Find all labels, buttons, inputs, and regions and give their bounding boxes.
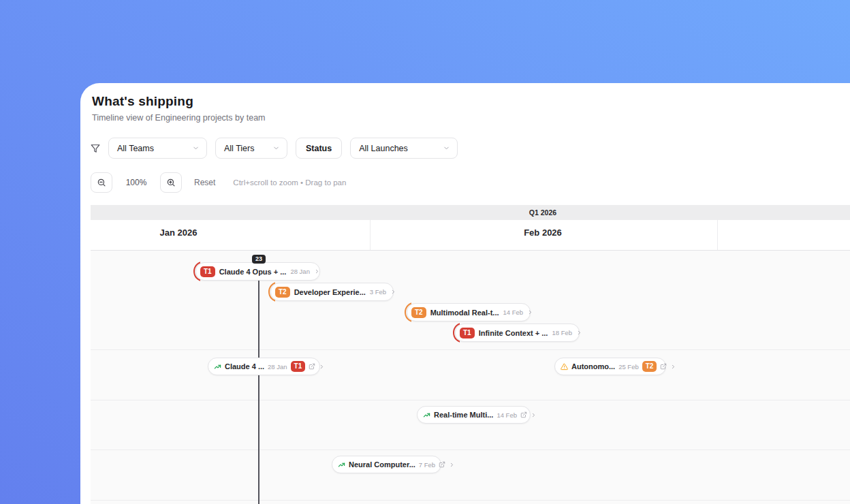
project-date: 28 Jan bbox=[290, 268, 310, 275]
chevron-right-icon bbox=[390, 289, 396, 295]
launch-pill-realtime-multi[interactable]: Real-time Multi... 14 Feb bbox=[417, 406, 531, 424]
chevron-down-icon bbox=[443, 144, 450, 152]
launches-filter-dropdown[interactable]: All Launches bbox=[350, 138, 458, 159]
project-date: 18 Feb bbox=[552, 329, 572, 336]
tier-badge: T1 bbox=[200, 266, 215, 277]
status-filter-label: Status bbox=[306, 144, 332, 153]
row-separator bbox=[91, 450, 850, 450]
page-subtitle: Timeline view of Engineering projects by… bbox=[92, 113, 850, 123]
chevron-right-icon bbox=[670, 364, 676, 370]
teams-filter-value: All Teams bbox=[117, 144, 154, 153]
project-date: 3 Feb bbox=[370, 288, 386, 296]
chevron-down-icon bbox=[272, 144, 280, 152]
tier-badge: T2 bbox=[411, 307, 426, 318]
reset-zoom-button[interactable]: Reset bbox=[194, 178, 215, 187]
status-filter-button[interactable]: Status bbox=[296, 138, 342, 159]
launch-pill-neural-computer[interactable]: Neural Computer... 7 Feb bbox=[332, 456, 441, 473]
month-label-feb: Feb 2026 bbox=[524, 227, 562, 238]
project-pill-multimodal-realtime[interactable]: T2 Multimodal Real-t... 14 Feb bbox=[407, 303, 531, 321]
tiers-filter-dropdown[interactable]: All Tiers bbox=[215, 138, 287, 159]
zoom-out-icon bbox=[97, 178, 106, 187]
project-title: Developer Experie... bbox=[294, 288, 366, 296]
trend-up-icon bbox=[214, 363, 221, 371]
zoom-pan-hint: Ctrl+scroll to zoom • Drag to pan bbox=[233, 178, 346, 187]
teams-filter-dropdown[interactable]: All Teams bbox=[108, 138, 207, 159]
filter-bar: All Teams All Tiers Status All Launches bbox=[91, 138, 850, 159]
tier-badge: T1 bbox=[460, 328, 475, 338]
tier-badge: T2 bbox=[275, 287, 290, 298]
launch-title: Neural Computer... bbox=[349, 460, 415, 469]
chevron-right-icon bbox=[314, 268, 320, 274]
launch-pill-claude-4[interactable]: Claude 4 ... 28 Jan T1 bbox=[208, 358, 320, 375]
launch-title: Claude 4 ... bbox=[225, 362, 264, 371]
zoom-in-button[interactable] bbox=[160, 172, 182, 193]
timeline-body[interactable]: T1 Claude 4 Opus + ... 28 Jan T2 Develop… bbox=[91, 250, 850, 504]
launch-date: 7 Feb bbox=[419, 461, 435, 469]
zoom-out-button[interactable] bbox=[91, 172, 112, 193]
launches-filter-value: All Launches bbox=[359, 144, 408, 153]
zoom-level-value: 100% bbox=[112, 178, 160, 187]
chevron-right-icon bbox=[527, 309, 533, 315]
project-pill-claude-4-opus[interactable]: T1 Claude 4 Opus + ... 28 Jan bbox=[195, 262, 320, 281]
tier-badge: T2 bbox=[642, 361, 657, 372]
month-label-jan: Jan 2026 bbox=[160, 227, 198, 238]
chevron-right-icon bbox=[449, 462, 455, 468]
chevron-right-icon bbox=[319, 364, 325, 370]
whats-shipping-panel: What's shipping Timeline view of Enginee… bbox=[80, 83, 850, 504]
external-link-icon bbox=[309, 363, 315, 370]
chevron-right-icon bbox=[576, 330, 582, 336]
month-header: Jan 2026 Feb 2026 bbox=[91, 220, 850, 250]
project-title: Infinite Context + ... bbox=[479, 329, 548, 337]
today-marker-line bbox=[258, 255, 259, 504]
tiers-filter-value: All Tiers bbox=[224, 144, 254, 153]
launch-date: 25 Feb bbox=[618, 363, 639, 371]
launch-title: Autonomo... bbox=[571, 362, 615, 371]
page-title: What's shipping bbox=[92, 94, 850, 109]
trend-up-icon bbox=[338, 461, 345, 469]
timeline-canvas[interactable]: Q1 2026 Jan 2026 Feb 2026 T1 Claude 4 Op… bbox=[91, 205, 850, 504]
project-title: Multimodal Real-t... bbox=[430, 309, 499, 317]
row-separator bbox=[91, 400, 850, 400]
external-link-icon bbox=[439, 461, 445, 468]
zoom-in-icon bbox=[166, 178, 176, 187]
external-link-icon bbox=[520, 411, 527, 418]
launch-date: 28 Jan bbox=[268, 363, 287, 371]
funnel-icon bbox=[91, 144, 108, 153]
launch-pill-autonomous[interactable]: Autonomo... 25 Feb T2 bbox=[554, 358, 666, 375]
project-pill-infinite-context[interactable]: T1 Infinite Context + ... 18 Feb bbox=[455, 324, 580, 342]
row-separator bbox=[91, 349, 850, 350]
external-link-icon bbox=[660, 363, 667, 370]
zoom-toolbar: 100% Reset Ctrl+scroll to zoom • Drag to… bbox=[91, 172, 850, 193]
launch-title: Real-time Multi... bbox=[434, 411, 493, 419]
chevron-right-icon bbox=[531, 412, 537, 418]
chevron-down-icon bbox=[192, 144, 200, 152]
launch-date: 14 Feb bbox=[497, 411, 517, 419]
quarter-label: Q1 2026 bbox=[529, 208, 556, 217]
warning-icon bbox=[561, 363, 568, 371]
quarter-header: Q1 2026 bbox=[91, 205, 850, 220]
project-date: 14 Feb bbox=[503, 309, 524, 316]
project-title: Claude 4 Opus + ... bbox=[219, 268, 287, 276]
trend-up-icon bbox=[423, 411, 430, 419]
today-marker-badge: 23 bbox=[252, 255, 266, 264]
project-pill-developer-experience[interactable]: T2 Developer Experie... 3 Feb bbox=[270, 283, 394, 301]
tier-badge: T1 bbox=[291, 361, 306, 372]
row-separator bbox=[91, 500, 850, 501]
